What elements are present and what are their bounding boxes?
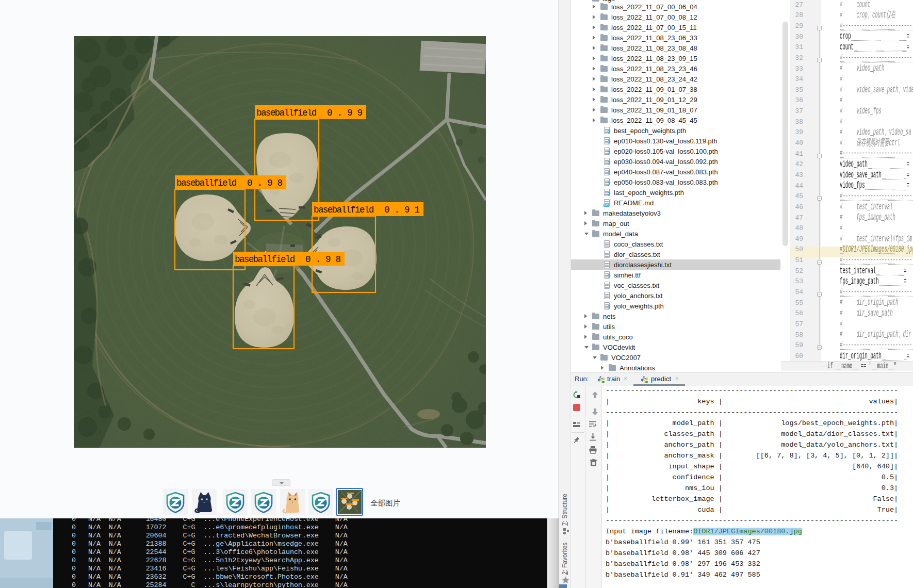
svg-text:baseballfield: baseballfield	[256, 108, 316, 118]
svg-text:0.91: 0.91	[384, 205, 425, 215]
svg-text:baseballfield: baseballfield	[314, 205, 373, 215]
svg-text:baseballfield: baseballfield	[235, 254, 295, 265]
svg-text:0.99: 0.99	[327, 108, 367, 118]
svg-text:0.98: 0.98	[305, 254, 346, 265]
svg-text:baseballfield: baseballfield	[176, 178, 236, 188]
svg-text:0.98: 0.98	[247, 178, 287, 188]
